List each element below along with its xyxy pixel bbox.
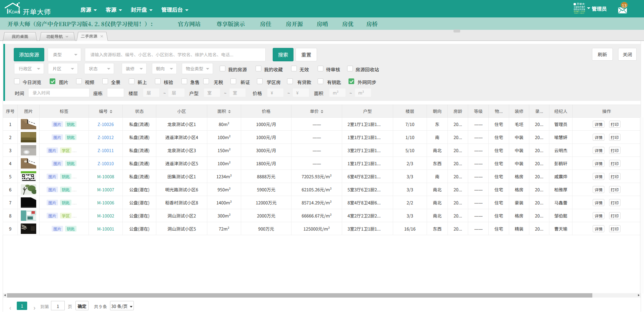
svg-text:DAN: DAN (12, 10, 20, 14)
svg-text:K: K (8, 9, 12, 14)
